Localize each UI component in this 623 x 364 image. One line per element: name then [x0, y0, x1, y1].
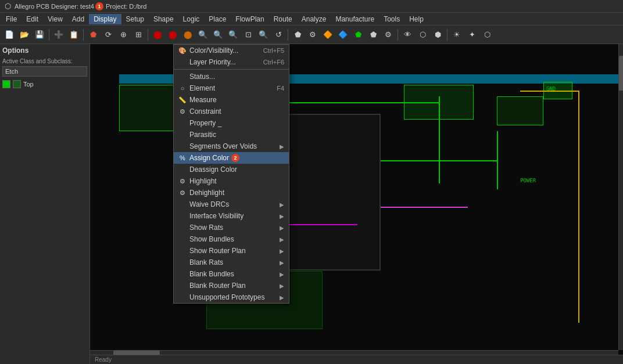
options-header: Options	[2, 46, 87, 55]
menu-item-flowplan[interactable]: FlowPlan	[231, 14, 268, 24]
menu-item-show_rats[interactable]: Show Rats▶	[174, 222, 289, 233]
toolbar-layers[interactable]: ⬡	[416, 28, 429, 42]
menu-label-element: Element	[189, 84, 215, 92]
menu-item-blank_rats[interactable]: Blank Rats▶	[174, 257, 289, 268]
toolbar-sep-2	[83, 29, 84, 41]
pcb-area[interactable]: GND POWER Ready	[90, 44, 623, 364]
toolbar-zoom-in[interactable]: 🔍	[211, 28, 225, 42]
menu-item-edit[interactable]: Edit	[22, 14, 43, 24]
menu-item-add[interactable]: Add	[67, 14, 89, 24]
menu-label-color_visibility: Color/Visibility...	[189, 46, 238, 55]
menu-label-interface_visibility: Interface Visibility	[189, 212, 244, 220]
menu-item-status[interactable]: Status...	[174, 71, 289, 82]
toolbar-misc-4[interactable]: 🔷	[336, 28, 350, 42]
menu-shortcut-element: F4	[265, 85, 284, 92]
menu-item-blank_router_plan[interactable]: Blank Router Plan▶	[174, 280, 289, 291]
toolbar-open[interactable]: 📂	[17, 28, 31, 42]
menu-label-blank_rats: Blank Rats	[189, 258, 223, 266]
toolbar-circle-2[interactable]: ⬤	[166, 28, 180, 42]
menu-icon-measure: 📏	[178, 96, 187, 104]
toolbar-misc-5[interactable]: ⬟	[351, 28, 365, 42]
toolbar-zoom-box[interactable]: ⊡	[241, 28, 255, 42]
menu-item-color_visibility[interactable]: 🎨Color/Visibility...Ctrl+F5	[174, 45, 289, 56]
menu-item-constraint[interactable]: ⚙Constraint	[174, 106, 289, 117]
scrollbar-vertical[interactable]	[618, 44, 623, 350]
toolbar-btn-5[interactable]: ⊕	[116, 28, 130, 42]
menu-item-show_router_plan[interactable]: Show Router Plan▶	[174, 245, 289, 257]
menu-item-blank_bundles[interactable]: Blank Bundles▶	[174, 268, 289, 280]
toolbar-btn-6[interactable]: ⊞	[131, 28, 145, 42]
menu-icon-assign_color: %	[178, 154, 187, 161]
menu-item-parasitic[interactable]: Parasitic	[174, 129, 289, 140]
menu-item-place[interactable]: Place	[204, 14, 231, 24]
toolbar-btn-1[interactable]: ➕	[52, 28, 66, 42]
toolbar-zoom-out[interactable]: 🔍	[226, 28, 240, 42]
menu-item-deassign_color[interactable]: Deassign Color	[174, 164, 289, 175]
toolbar-brightness[interactable]: ✦	[465, 28, 479, 42]
menu-item-tools[interactable]: Tools	[379, 14, 404, 24]
toolbar-settings-end[interactable]: ⬡	[480, 28, 494, 42]
menu-item-file[interactable]: File	[1, 14, 22, 24]
toolbar-new[interactable]: 📄	[2, 28, 16, 42]
color-swatch-top	[2, 80, 10, 88]
menu-item-waive_drcs[interactable]: Waive DRCs▶	[174, 199, 289, 210]
status-bar: Ready	[90, 355, 623, 364]
scrollbar-horizontal[interactable]	[90, 350, 618, 355]
menu-item-view[interactable]: View	[43, 14, 67, 24]
menu-item-route[interactable]: Route	[269, 14, 297, 24]
status-text: Ready	[95, 356, 112, 363]
menu-item-element[interactable]: ○ElementF4	[174, 82, 289, 94]
toolbar-misc-6[interactable]: ⬟	[366, 28, 380, 42]
menu-label-segments_over_voids: Segments Over Voids	[189, 142, 257, 150]
toolbar-circle-red[interactable]: ⬤	[151, 28, 164, 42]
toolbar-misc-2[interactable]: ⚙	[306, 28, 320, 42]
menu-label-show_router_plan: Show Router Plan	[189, 247, 246, 255]
class-input[interactable]	[2, 66, 87, 77]
menu-item-property[interactable]: Property _	[174, 117, 289, 129]
menu-label-constraint: Constraint	[189, 107, 221, 116]
menu-label-layer_priority: Layer Priority...	[189, 58, 236, 66]
toolbar-zoom-fit[interactable]: 🔍	[196, 28, 210, 42]
menu-label-status: Status...	[189, 73, 215, 81]
menu-item-show_bundles[interactable]: Show Bundles▶	[174, 233, 289, 245]
menu-item-assign_color[interactable]: %Assign Color2	[174, 152, 289, 164]
toolbar-net[interactable]: ⬢	[431, 28, 445, 42]
title-badge: 1	[95, 2, 103, 10]
menu-item-layer_priority[interactable]: Layer Priority...Ctrl+F6	[174, 56, 289, 68]
toolbar-misc-7[interactable]: ⚙	[381, 28, 395, 42]
menu-label-show_bundles: Show Bundles	[189, 235, 234, 243]
menu-icon-constraint: ⚙	[178, 108, 187, 116]
menu-item-highlight[interactable]: ⚙Highlight	[174, 175, 289, 187]
toolbar-zoom-prev[interactable]: 🔍	[256, 28, 270, 42]
menu-label-parasitic: Parasitic	[189, 131, 216, 139]
toolbar-misc-3[interactable]: 🔶	[321, 28, 335, 42]
menu-item-shape[interactable]: Shape	[149, 14, 178, 24]
toolbar-refresh[interactable]: ↺	[271, 28, 285, 42]
menu-item-analyze[interactable]: Analyze	[297, 14, 331, 24]
menu-item-unsupported_prototypes[interactable]: Unsupported Prototypes▶	[174, 291, 289, 303]
trace-yellow-2	[520, 91, 578, 92]
menu-item-setup[interactable]: Setup	[121, 14, 149, 24]
menu-item-measure[interactable]: 📏Measure	[174, 94, 289, 106]
menu-item-segments_over_voids[interactable]: Segments Over Voids▶	[174, 140, 289, 152]
toolbar-eye[interactable]: 👁	[400, 28, 414, 42]
menu-label-dehighlight: Dehighlight	[189, 189, 224, 197]
toolbar-misc-1[interactable]: ⬟	[291, 28, 305, 42]
menu-label-measure: Measure	[189, 96, 217, 104]
toolbar-sun[interactable]: ☀	[450, 28, 464, 42]
toolbar-btn-3[interactable]: ⬟	[86, 28, 100, 42]
menu-item-dehighlight[interactable]: ⚙Dehighlight	[174, 187, 289, 199]
toolbar-save[interactable]: 💾	[33, 28, 46, 42]
scroll-thumb-v[interactable]	[619, 56, 623, 91]
menu-item-logic[interactable]: Logic	[178, 14, 205, 24]
toolbar-btn-2[interactable]: 📋	[67, 28, 81, 42]
menu-item-interface_visibility[interactable]: Interface Visibility▶	[174, 210, 289, 222]
toolbar-sep-4	[288, 29, 288, 41]
menu-arrow-show_rats: ▶	[280, 225, 284, 231]
toolbar-circle-3[interactable]: ⬤	[181, 28, 195, 42]
toolbar-btn-4[interactable]: ⟳	[101, 28, 115, 42]
menu-item-help[interactable]: Help	[404, 14, 428, 24]
menu-item-display[interactable]: Display	[89, 14, 121, 24]
menu-item-manufacture[interactable]: Manufacture	[331, 14, 379, 24]
display-menu[interactable]: 🎨Color/Visibility...Ctrl+F5Layer Priorit…	[173, 44, 289, 304]
